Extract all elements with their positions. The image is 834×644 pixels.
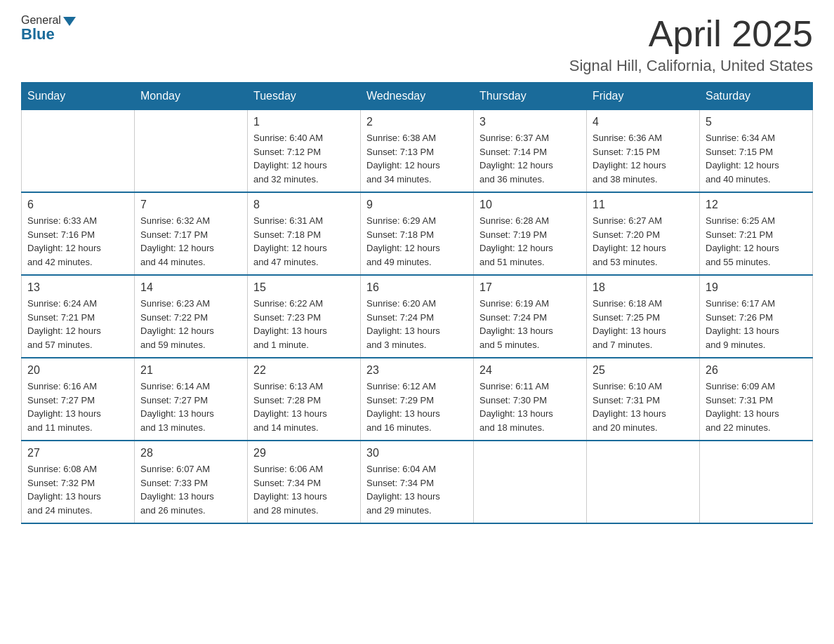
day-number: 22 [253, 364, 355, 377]
calendar-table: SundayMondayTuesdayWednesdayThursdayFrid… [21, 82, 813, 524]
calendar-cell: 14Sunrise: 6:23 AM Sunset: 7:22 PM Dayli… [135, 275, 248, 358]
calendar-week-row: 1Sunrise: 6:40 AM Sunset: 7:12 PM Daylig… [22, 110, 813, 193]
day-info: Sunrise: 6:33 AM Sunset: 7:16 PM Dayligh… [27, 214, 128, 269]
day-number: 29 [253, 447, 355, 459]
day-number: 1 [253, 116, 355, 128]
day-number: 9 [366, 199, 468, 211]
day-number: 8 [253, 199, 355, 211]
calendar-cell: 20Sunrise: 6:16 AM Sunset: 7:27 PM Dayli… [22, 358, 135, 441]
calendar-title: April 2025 [569, 14, 813, 54]
calendar-cell: 18Sunrise: 6:18 AM Sunset: 7:25 PM Dayli… [587, 275, 700, 358]
logo-arrow-icon [63, 17, 76, 26]
calendar-cell: 27Sunrise: 6:08 AM Sunset: 7:32 PM Dayli… [22, 441, 135, 523]
calendar-cell [135, 110, 248, 193]
day-number: 21 [140, 364, 241, 377]
day-info: Sunrise: 6:17 AM Sunset: 7:26 PM Dayligh… [706, 297, 807, 351]
calendar-cell: 4Sunrise: 6:36 AM Sunset: 7:15 PM Daylig… [587, 110, 700, 193]
day-info: Sunrise: 6:07 AM Sunset: 7:33 PM Dayligh… [140, 462, 241, 517]
calendar-week-row: 6Sunrise: 6:33 AM Sunset: 7:16 PM Daylig… [22, 192, 813, 275]
day-number: 7 [140, 199, 241, 211]
calendar-cell: 24Sunrise: 6:11 AM Sunset: 7:30 PM Dayli… [474, 358, 587, 441]
day-number: 11 [593, 199, 694, 211]
day-number: 26 [706, 364, 807, 377]
day-info: Sunrise: 6:24 AM Sunset: 7:21 PM Dayligh… [27, 297, 128, 351]
calendar-cell: 10Sunrise: 6:28 AM Sunset: 7:19 PM Dayli… [474, 192, 587, 275]
day-number: 6 [27, 199, 128, 211]
day-info: Sunrise: 6:22 AM Sunset: 7:23 PM Dayligh… [253, 297, 355, 351]
calendar-cell: 16Sunrise: 6:20 AM Sunset: 7:24 PM Dayli… [361, 275, 474, 358]
calendar-cell: 8Sunrise: 6:31 AM Sunset: 7:18 PM Daylig… [248, 192, 361, 275]
calendar-cell: 28Sunrise: 6:07 AM Sunset: 7:33 PM Dayli… [135, 441, 248, 523]
day-info: Sunrise: 6:28 AM Sunset: 7:19 PM Dayligh… [479, 214, 581, 269]
day-info: Sunrise: 6:19 AM Sunset: 7:24 PM Dayligh… [479, 297, 581, 351]
calendar-week-row: 27Sunrise: 6:08 AM Sunset: 7:32 PM Dayli… [22, 441, 813, 523]
day-info: Sunrise: 6:38 AM Sunset: 7:13 PM Dayligh… [366, 131, 468, 186]
calendar-cell: 23Sunrise: 6:12 AM Sunset: 7:29 PM Dayli… [361, 358, 474, 441]
calendar-cell: 25Sunrise: 6:10 AM Sunset: 7:31 PM Dayli… [587, 358, 700, 441]
day-info: Sunrise: 6:12 AM Sunset: 7:29 PM Dayligh… [366, 380, 468, 434]
day-info: Sunrise: 6:27 AM Sunset: 7:20 PM Dayligh… [593, 214, 694, 269]
day-info: Sunrise: 6:36 AM Sunset: 7:15 PM Dayligh… [593, 131, 694, 186]
calendar-cell: 22Sunrise: 6:13 AM Sunset: 7:28 PM Dayli… [248, 358, 361, 441]
calendar-cell [22, 110, 135, 193]
day-number: 4 [593, 116, 694, 128]
calendar-cell: 5Sunrise: 6:34 AM Sunset: 7:15 PM Daylig… [700, 110, 813, 193]
weekday-header-tuesday: Tuesday [248, 83, 361, 110]
calendar-cell: 3Sunrise: 6:37 AM Sunset: 7:14 PM Daylig… [474, 110, 587, 193]
calendar-week-row: 20Sunrise: 6:16 AM Sunset: 7:27 PM Dayli… [22, 358, 813, 441]
day-info: Sunrise: 6:34 AM Sunset: 7:15 PM Dayligh… [706, 131, 807, 186]
day-number: 15 [253, 281, 355, 294]
calendar-cell: 12Sunrise: 6:25 AM Sunset: 7:21 PM Dayli… [700, 192, 813, 275]
calendar-cell: 29Sunrise: 6:06 AM Sunset: 7:34 PM Dayli… [248, 441, 361, 523]
calendar-cell: 2Sunrise: 6:38 AM Sunset: 7:13 PM Daylig… [361, 110, 474, 193]
day-info: Sunrise: 6:14 AM Sunset: 7:27 PM Dayligh… [140, 380, 241, 434]
day-number: 16 [366, 281, 468, 294]
calendar-cell: 21Sunrise: 6:14 AM Sunset: 7:27 PM Dayli… [135, 358, 248, 441]
day-number: 10 [479, 199, 581, 211]
day-number: 14 [140, 281, 241, 294]
logo: General Blue [21, 14, 76, 43]
weekday-header-thursday: Thursday [474, 83, 587, 110]
calendar-cell: 17Sunrise: 6:19 AM Sunset: 7:24 PM Dayli… [474, 275, 587, 358]
calendar-cell: 19Sunrise: 6:17 AM Sunset: 7:26 PM Dayli… [700, 275, 813, 358]
page-header: General Blue April 2025 Signal Hill, Cal… [21, 14, 813, 75]
day-info: Sunrise: 6:04 AM Sunset: 7:34 PM Dayligh… [366, 462, 468, 517]
calendar-cell: 15Sunrise: 6:22 AM Sunset: 7:23 PM Dayli… [248, 275, 361, 358]
day-number: 25 [593, 364, 694, 377]
day-number: 27 [27, 447, 128, 459]
day-info: Sunrise: 6:29 AM Sunset: 7:18 PM Dayligh… [366, 214, 468, 269]
calendar-cell: 9Sunrise: 6:29 AM Sunset: 7:18 PM Daylig… [361, 192, 474, 275]
day-info: Sunrise: 6:32 AM Sunset: 7:17 PM Dayligh… [140, 214, 241, 269]
day-info: Sunrise: 6:16 AM Sunset: 7:27 PM Dayligh… [27, 380, 128, 434]
calendar-cell: 1Sunrise: 6:40 AM Sunset: 7:12 PM Daylig… [248, 110, 361, 193]
day-info: Sunrise: 6:11 AM Sunset: 7:30 PM Dayligh… [479, 380, 581, 434]
weekday-header-row: SundayMondayTuesdayWednesdayThursdayFrid… [22, 83, 813, 110]
day-info: Sunrise: 6:37 AM Sunset: 7:14 PM Dayligh… [479, 131, 581, 186]
day-info: Sunrise: 6:08 AM Sunset: 7:32 PM Dayligh… [27, 462, 128, 517]
day-number: 24 [479, 364, 581, 377]
day-number: 12 [706, 199, 807, 211]
calendar-cell [700, 441, 813, 523]
calendar-cell: 13Sunrise: 6:24 AM Sunset: 7:21 PM Dayli… [22, 275, 135, 358]
calendar-cell [587, 441, 700, 523]
day-number: 20 [27, 364, 128, 377]
weekday-header-wednesday: Wednesday [361, 83, 474, 110]
day-number: 5 [706, 116, 807, 128]
day-info: Sunrise: 6:18 AM Sunset: 7:25 PM Dayligh… [593, 297, 694, 351]
day-number: 19 [706, 281, 807, 294]
day-info: Sunrise: 6:25 AM Sunset: 7:21 PM Dayligh… [706, 214, 807, 269]
weekday-header-friday: Friday [587, 83, 700, 110]
day-info: Sunrise: 6:06 AM Sunset: 7:34 PM Dayligh… [253, 462, 355, 517]
day-info: Sunrise: 6:23 AM Sunset: 7:22 PM Dayligh… [140, 297, 241, 351]
title-block: April 2025 Signal Hill, California, Unit… [569, 14, 813, 75]
day-info: Sunrise: 6:31 AM Sunset: 7:18 PM Dayligh… [253, 214, 355, 269]
day-number: 23 [366, 364, 468, 377]
calendar-cell: 26Sunrise: 6:09 AM Sunset: 7:31 PM Dayli… [700, 358, 813, 441]
day-number: 18 [593, 281, 694, 294]
calendar-week-row: 13Sunrise: 6:24 AM Sunset: 7:21 PM Dayli… [22, 275, 813, 358]
calendar-cell: 11Sunrise: 6:27 AM Sunset: 7:20 PM Dayli… [587, 192, 700, 275]
weekday-header-sunday: Sunday [22, 83, 135, 110]
day-info: Sunrise: 6:10 AM Sunset: 7:31 PM Dayligh… [593, 380, 694, 434]
weekday-header-saturday: Saturday [700, 83, 813, 110]
day-number: 3 [479, 116, 581, 128]
